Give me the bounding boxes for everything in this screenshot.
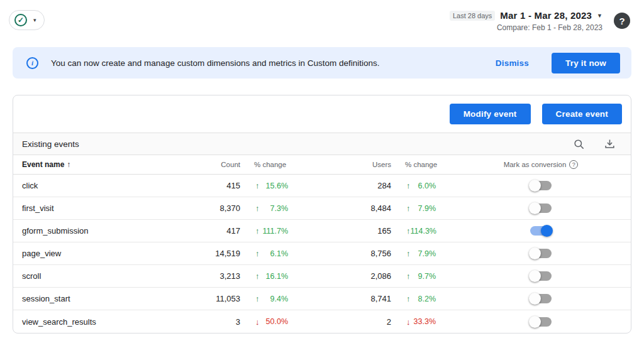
column-header-users-change[interactable]: % change <box>404 161 451 168</box>
table-row: click415↑15.6%284↑6.0% <box>13 175 631 197</box>
users-change-cell: ↑114.3% <box>404 226 451 236</box>
count-change-cell: ↑9.4% <box>253 294 303 303</box>
count-cell: 3 <box>199 317 253 327</box>
toggle-knob <box>529 293 541 305</box>
chevron-down-icon: ▼ <box>597 13 602 19</box>
download-icon[interactable] <box>604 138 616 150</box>
search-icon[interactable] <box>573 138 585 150</box>
column-header-count-change[interactable]: % change <box>253 161 303 168</box>
arrow-up-icon: ↑ <box>255 226 262 236</box>
table-row: gform_submission417↑111.7%165↑114.3% <box>13 220 631 242</box>
count-change-cell-value: 111.7% <box>262 227 303 236</box>
arrow-up-icon: ↑ <box>255 181 265 190</box>
count-cell: 415 <box>199 181 253 190</box>
users-cell: 284 <box>303 181 404 190</box>
toggle-knob <box>529 247 541 259</box>
event-name-cell: session_start <box>13 294 199 303</box>
users-change-cell: ↑7.9% <box>404 203 451 213</box>
try-it-now-button[interactable]: Try it now <box>552 53 620 73</box>
users-change-cell-value: 7.9% <box>416 249 451 258</box>
info-icon: i <box>26 57 38 69</box>
count-cell: 14,519 <box>199 249 253 258</box>
count-change-cell-value: 7.3% <box>265 204 303 213</box>
toggle-knob <box>529 316 541 328</box>
users-change-cell: ↑7.9% <box>404 249 451 258</box>
count-cell: 3,213 <box>199 271 253 281</box>
events-card: Modify event Create event Existing event… <box>13 95 631 334</box>
help-icon[interactable]: ? <box>614 13 630 29</box>
date-compare-label: Compare: Feb 1 - Feb 28, 2023 <box>450 23 602 32</box>
table-row: page_view14,519↑6.1%8,756↑7.9% <box>13 242 631 265</box>
count-change-cell: ↓50.0% <box>253 317 303 327</box>
event-name-cell: view_search_results <box>13 317 199 327</box>
count-change-cell: ↑6.1% <box>253 249 303 258</box>
toggle-knob <box>529 180 541 192</box>
dismiss-button[interactable]: Dismiss <box>496 58 529 68</box>
event-name-header-label: Event name <box>22 160 64 169</box>
event-scope-button[interactable]: ✓ ▾ <box>9 10 45 30</box>
top-bar: ✓ ▾ Last 28 days Mar 1 - Mar 28, 2023 ▼ … <box>0 0 644 38</box>
event-name-cell: page_view <box>13 249 199 258</box>
users-cell: 8,756 <box>303 249 404 258</box>
conversion-cell <box>451 294 631 303</box>
users-change-cell: ↑6.0% <box>404 181 451 190</box>
conversion-toggle[interactable] <box>530 294 552 303</box>
column-header-count[interactable]: Count <box>199 161 253 168</box>
count-change-cell: ↑111.7% <box>253 226 303 236</box>
event-name-cell: first_visit <box>13 203 199 213</box>
count-change-cell-value: 9.4% <box>265 295 303 303</box>
count-change-cell: ↑16.1% <box>253 271 303 281</box>
count-change-cell-value: 6.1% <box>265 249 303 258</box>
conversion-cell <box>451 271 631 281</box>
conversion-toggle[interactable] <box>530 317 552 327</box>
arrow-up-icon: ↑ <box>406 271 416 281</box>
check-circle-icon: ✓ <box>14 14 27 26</box>
toggle-knob <box>529 270 541 282</box>
arrow-up-icon: ↑ <box>406 249 416 258</box>
create-event-button[interactable]: Create event <box>542 104 622 124</box>
conversion-toggle[interactable] <box>530 203 552 213</box>
arrow-up-icon: ↑ <box>255 294 265 303</box>
users-change-cell-value: 33.3% <box>414 317 451 326</box>
column-header-event-name[interactable]: Event name ↑ <box>13 160 199 169</box>
table-header-row: Event name ↑ Count % change Users % chan… <box>13 155 631 175</box>
column-header-users[interactable]: Users <box>303 161 404 168</box>
arrow-down-icon: ↓ <box>406 317 414 327</box>
count-change-cell-value: 15.6% <box>265 182 303 190</box>
users-cell: 2 <box>303 317 404 327</box>
count-cell: 417 <box>199 226 253 236</box>
count-change-cell-value: 16.1% <box>265 272 303 281</box>
question-mark-icon[interactable]: ? <box>569 160 578 169</box>
conversion-cell <box>451 249 631 258</box>
notification-banner: i You can now create and manage custom d… <box>13 47 631 79</box>
conversion-cell <box>451 181 631 190</box>
conversion-header-label: Mark as conversion <box>504 161 567 168</box>
users-cell: 8,484 <box>303 203 404 213</box>
users-change-cell-value: 6.0% <box>416 182 451 190</box>
event-name-cell: gform_submission <box>13 226 199 236</box>
conversion-toggle[interactable] <box>530 271 552 281</box>
table-row: first_visit8,370↑7.3%8,484↑7.9% <box>13 197 631 220</box>
arrow-up-icon: ↑ <box>255 271 265 281</box>
date-preset-badge: Last 28 days <box>450 11 495 21</box>
arrow-down-icon: ↓ <box>255 317 265 327</box>
column-header-mark-as-conversion: Mark as conversion ? <box>451 160 631 169</box>
conversion-toggle[interactable] <box>530 249 552 258</box>
conversion-cell <box>451 226 631 236</box>
count-change-cell-value: 50.0% <box>265 317 303 326</box>
toggle-knob <box>541 225 553 237</box>
conversion-toggle[interactable] <box>530 181 552 190</box>
table-row: scroll3,213↑16.1%2,086↑9.7% <box>13 265 631 288</box>
conversion-toggle[interactable] <box>530 226 552 236</box>
event-name-cell: click <box>13 181 199 190</box>
users-cell: 2,086 <box>303 271 404 281</box>
table-title: Existing events <box>22 139 79 149</box>
users-cell: 165 <box>303 226 404 236</box>
conversion-cell <box>451 317 631 327</box>
users-change-cell: ↑9.7% <box>404 271 451 281</box>
modify-event-button[interactable]: Modify event <box>450 104 531 124</box>
arrow-up-icon: ↑ <box>406 181 416 190</box>
users-change-cell-value: 7.9% <box>416 204 451 213</box>
date-range-picker[interactable]: Last 28 days Mar 1 - Mar 28, 2023 ▼ Comp… <box>450 10 602 32</box>
table-body: click415↑15.6%284↑6.0%first_visit8,370↑7… <box>13 175 631 333</box>
